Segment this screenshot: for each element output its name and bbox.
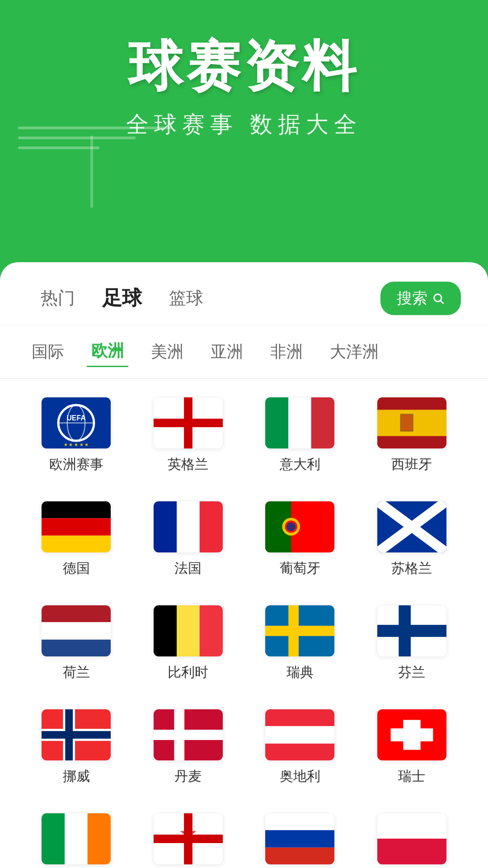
flag-container-northern-ireland: [153, 813, 223, 865]
list-item[interactable]: 波兰: [358, 804, 466, 868]
flag-container-italy: [265, 397, 335, 449]
search-button[interactable]: 搜索: [380, 282, 461, 315]
flag-portugal: [265, 501, 334, 553]
svg-rect-23: [199, 501, 222, 553]
region-international[interactable]: 国际: [27, 337, 69, 367]
svg-point-65: [183, 833, 193, 844]
country-name-sweden: 瑞典: [286, 663, 314, 682]
country-name-switzerland: 瑞士: [398, 767, 425, 786]
deco-line-2: [18, 137, 136, 139]
region-africa[interactable]: 非洲: [266, 337, 307, 367]
flag-switzerland: [377, 709, 446, 761]
flag-container-ireland: [41, 813, 111, 865]
flag-sweden: [265, 605, 334, 657]
flag-england: [154, 397, 223, 449]
svg-point-28: [287, 522, 296, 531]
flag-belgium: [154, 605, 223, 657]
list-item[interactable]: 挪威: [23, 700, 130, 795]
flag-container-norway: [41, 709, 111, 761]
list-item[interactable]: 法国: [135, 492, 242, 587]
list-item[interactable]: 丹麦: [135, 700, 242, 795]
flag-container-france: [153, 501, 223, 553]
list-item[interactable]: 俄罗斯: [246, 804, 354, 868]
svg-text:UEFA: UEFA: [67, 414, 86, 422]
country-name-germany: 德国: [63, 559, 90, 578]
region-america[interactable]: 美洲: [146, 337, 188, 367]
svg-rect-18: [42, 501, 111, 519]
country-name-uefa: 欧洲赛事: [49, 455, 103, 474]
country-name-scotland: 苏格兰: [391, 559, 432, 578]
list-item[interactable]: 瑞士: [358, 700, 466, 795]
svg-rect-40: [289, 605, 299, 657]
flag-spain: [377, 397, 446, 449]
svg-rect-12: [289, 397, 311, 449]
svg-rect-50: [154, 730, 223, 740]
region-tabs: 国际 欧洲 美洲 亚洲 非洲 大洋洲: [0, 326, 488, 379]
svg-rect-66: [265, 813, 334, 830]
tab-bar: 热门 足球 篮球 搜索: [0, 262, 488, 326]
flag-container-russia: [265, 813, 335, 865]
svg-rect-68: [265, 848, 334, 865]
list-item[interactable]: 葡萄牙: [246, 492, 354, 587]
svg-rect-47: [42, 731, 111, 739]
flag-container-austria: [265, 709, 335, 761]
list-item[interactable]: UEFA ★ ★ ★ ★ ★ 欧洲赛事: [23, 388, 130, 483]
flag-container-switzerland: [377, 709, 447, 761]
country-name-austria: 奥地利: [280, 767, 320, 786]
flag-container-portugal: [265, 501, 335, 553]
list-item[interactable]: 比利时: [135, 596, 242, 691]
deco-line-1: [18, 127, 172, 129]
flag-finland: [377, 605, 446, 657]
svg-rect-10: [154, 419, 223, 427]
flag-container-uefa: UEFA ★ ★ ★ ★ ★: [41, 397, 111, 449]
flag-ireland: [42, 813, 111, 865]
svg-rect-33: [42, 622, 111, 639]
country-name-spain: 西班牙: [391, 455, 432, 474]
country-name-netherlands: 荷兰: [63, 663, 90, 682]
country-name-norway: 挪威: [63, 767, 90, 786]
svg-rect-48: [66, 709, 73, 761]
flag-austria: [265, 709, 334, 761]
list-item[interactable]: 西班牙: [358, 388, 466, 483]
list-item[interactable]: 苏格兰: [358, 492, 466, 587]
svg-rect-20: [42, 536, 111, 553]
list-item[interactable]: 爱尔兰: [23, 804, 130, 868]
flag-container-belgium: [153, 605, 223, 657]
flag-scotland: [377, 501, 446, 553]
svg-rect-34: [42, 640, 111, 657]
list-item[interactable]: 荷兰: [23, 596, 130, 691]
svg-rect-42: [377, 625, 446, 637]
svg-rect-39: [265, 626, 334, 636]
list-item[interactable]: 德国: [23, 492, 130, 587]
svg-rect-57: [390, 728, 433, 741]
content-card: 热门 足球 篮球 搜索 国际 欧洲 美洲 亚洲 非洲 大洋洲 UEFA: [0, 262, 488, 868]
list-item[interactable]: 奥地利: [246, 700, 354, 795]
list-item[interactable]: 英格兰: [135, 388, 242, 483]
search-icon: [432, 292, 445, 305]
list-item[interactable]: 瑞典: [246, 596, 354, 691]
list-item[interactable]: 意大利: [246, 388, 354, 483]
region-oceania[interactable]: 大洋洲: [325, 337, 383, 367]
country-grid: UEFA ★ ★ ★ ★ ★ 欧洲赛事 英格兰: [0, 379, 488, 868]
svg-rect-54: [265, 744, 334, 761]
flag-germany: [42, 501, 111, 553]
tab-hot[interactable]: 热门: [27, 282, 89, 314]
list-item[interactable]: 北爱尔兰: [135, 804, 242, 868]
svg-rect-32: [42, 605, 111, 623]
region-asia[interactable]: 亚洲: [206, 337, 248, 367]
tab-basketball[interactable]: 篮球: [155, 282, 217, 314]
flag-container-sweden: [265, 605, 335, 657]
flag-northern-ireland: [154, 813, 223, 865]
flag-russia: [265, 813, 334, 865]
list-item[interactable]: 芬兰: [358, 596, 466, 691]
flag-container-netherlands: [41, 605, 111, 657]
svg-rect-43: [399, 605, 411, 657]
tab-football[interactable]: 足球: [89, 280, 155, 316]
svg-rect-19: [42, 518, 111, 535]
region-europe[interactable]: 欧洲: [87, 336, 128, 367]
flag-container-finland: [377, 605, 447, 657]
svg-text:★ ★ ★ ★ ★: ★ ★ ★ ★ ★: [64, 442, 89, 447]
flag-poland: [377, 813, 446, 865]
flag-container-england: [153, 397, 223, 449]
flag-container-poland: [377, 813, 447, 865]
